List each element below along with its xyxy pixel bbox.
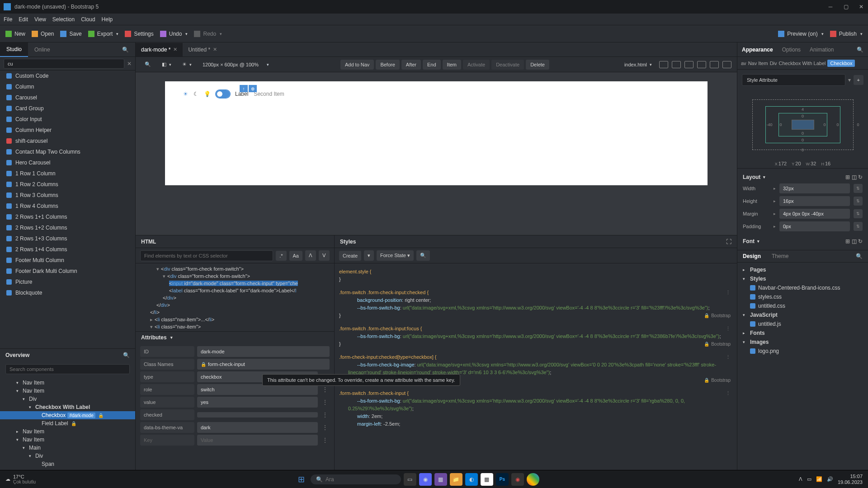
- attribute-menu-icon[interactable]: ⋮: [321, 437, 330, 443]
- search-icon[interactable]: 🔍: [141, 60, 155, 69]
- component-item[interactable]: 1 Row 3 Columns: [0, 190, 135, 201]
- tab-options[interactable]: Options: [778, 43, 805, 56]
- style-attribute-dropdown[interactable]: Style Attribute: [742, 74, 845, 86]
- attribute-value[interactable]: [197, 412, 318, 418]
- tree-item[interactable]: ▾Div: [0, 395, 135, 403]
- html-tree-line[interactable]: ▸<li class="nav-item">...</li>: [137, 316, 332, 323]
- font-tool-icon[interactable]: ⊞ ◫ ↻: [845, 238, 863, 244]
- css-rule-block[interactable]: .form-switch .form-check-input {--bs-for…: [339, 389, 732, 428]
- save-button[interactable]: Save: [60, 31, 81, 37]
- taskbar-app-7[interactable]: ◉: [511, 473, 524, 486]
- prev-button[interactable]: ᐱ: [305, 250, 316, 261]
- taskbar-app-ps[interactable]: Ps: [496, 473, 509, 486]
- html-search-input[interactable]: [140, 250, 273, 261]
- menu-help[interactable]: Help: [102, 16, 113, 23]
- attribute-value[interactable]: 🔒form-check-input: [197, 359, 330, 370]
- component-item[interactable]: shift-carousel: [0, 136, 135, 146]
- menu-cloud[interactable]: Cloud: [81, 16, 95, 23]
- maximize-button[interactable]: ▢: [843, 4, 849, 10]
- design-tree-item[interactable]: ▾Styles: [739, 274, 866, 283]
- html-tree-line[interactable]: ▾<div class="form-check form-switch">: [137, 265, 332, 272]
- chevron-down-icon[interactable]: ▾: [848, 77, 851, 83]
- create-dropdown[interactable]: ▾: [364, 250, 374, 261]
- design-tree-child[interactable]: Navbar-Centered-Brand-icons.css: [739, 283, 866, 292]
- search-icon[interactable]: 🔍: [116, 43, 135, 56]
- tab-animation[interactable]: Animation: [805, 43, 838, 56]
- component-item[interactable]: 2 Rows 1+1 Columns: [0, 211, 135, 222]
- html-tree-line[interactable]: ▾<div class="form-check form-switch">: [137, 272, 332, 280]
- device-xxl-icon[interactable]: [722, 61, 731, 68]
- attributes-title[interactable]: Attributes▾: [136, 332, 334, 343]
- attribute-key[interactable]: Class Names: [140, 359, 194, 370]
- device-md-icon[interactable]: [684, 61, 693, 68]
- attribute-key[interactable]: Key: [140, 435, 194, 446]
- create-button[interactable]: Create: [339, 251, 361, 261]
- tab-studio[interactable]: Studio: [0, 42, 28, 57]
- close-tab-icon[interactable]: ✕: [173, 47, 177, 52]
- canvas-area[interactable]: ↑ ⊕ ☀ ☾ 💡 Label Second Item: [136, 72, 737, 235]
- design-tree-item[interactable]: ▸Pages: [739, 265, 866, 274]
- attribute-key[interactable]: checked: [140, 409, 194, 420]
- stepper-icon[interactable]: ⇅: [854, 184, 863, 193]
- component-item[interactable]: Contact Map Two Columns: [0, 146, 135, 157]
- tree-item[interactable]: ▾Nav Item: [0, 387, 135, 395]
- menu-view[interactable]: View: [34, 16, 46, 23]
- taskbar-app-chrome[interactable]: [527, 473, 539, 486]
- component-item[interactable]: Card Group: [0, 103, 135, 114]
- html-tree-line[interactable]: </div>: [137, 301, 332, 309]
- design-tree-child[interactable]: untitled.css: [739, 301, 866, 310]
- html-tree-line[interactable]: ▾<li class="nav-item">: [137, 323, 332, 330]
- component-item[interactable]: Blockquote: [0, 287, 135, 298]
- component-item[interactable]: 2 Rows 1+4 Columns: [0, 244, 135, 255]
- attribute-menu-icon[interactable]: ⋮: [321, 386, 330, 393]
- redo-button[interactable]: Redo▾: [194, 31, 222, 37]
- design-tree-child[interactable]: styles.css: [739, 292, 866, 301]
- css-rule-block[interactable]: .form-switch .form-check-input:checked {…: [339, 289, 732, 319]
- tree-item[interactable]: ▸Nav Item: [0, 427, 135, 436]
- menu-edit[interactable]: Edit: [19, 16, 28, 23]
- taskbar-app-4[interactable]: 📁: [450, 473, 462, 486]
- font-section-header[interactable]: Font▾ ⊞ ◫ ↻: [743, 236, 863, 246]
- move-up-icon[interactable]: ↑: [240, 85, 248, 92]
- attribute-key[interactable]: value: [140, 397, 194, 408]
- component-item[interactable]: Custom Code: [0, 70, 135, 81]
- attribute-value[interactable]: yes: [197, 397, 318, 408]
- css-menu-icon[interactable]: ⋮: [726, 389, 731, 397]
- layout-tool-icon[interactable]: ⊞ ◫ ↻: [845, 174, 863, 180]
- search-icon[interactable]: 🔍: [850, 250, 868, 262]
- html-tree[interactable]: ▾<div class="form-check form-switch">▾<d…: [136, 263, 334, 331]
- breadcrumb-item[interactable]: Checkbox: [827, 60, 855, 67]
- component-item[interactable]: Column Helper: [0, 125, 135, 136]
- component-item[interactable]: 1 Row 4 Columns: [0, 201, 135, 211]
- clear-filter-icon[interactable]: ✕: [127, 61, 132, 67]
- canvas-page[interactable]: ↑ ⊕ ☀ ☾ 💡 Label Second Item: [165, 81, 708, 185]
- start-button[interactable]: ⊞: [295, 473, 308, 486]
- tree-item[interactable]: Field Label🔒: [0, 419, 135, 427]
- layout-value-input[interactable]: [779, 183, 850, 193]
- html-tree-line[interactable]: </div>: [137, 294, 332, 301]
- styles-search-button[interactable]: 🔍: [416, 250, 430, 261]
- add-style-button[interactable]: +: [854, 75, 863, 85]
- tree-item[interactable]: ▾Main: [0, 444, 135, 452]
- chevron-right-icon[interactable]: ▸: [774, 224, 776, 229]
- component-item[interactable]: Picture: [0, 277, 135, 287]
- design-tree-item[interactable]: ▾Images: [739, 338, 866, 347]
- close-tab-icon[interactable]: ✕: [213, 47, 217, 52]
- tray-volume-icon[interactable]: 🔊: [827, 476, 833, 482]
- breadcrumb-item[interactable]: Div: [770, 61, 777, 66]
- component-item[interactable]: Footer Multi Column: [0, 255, 135, 266]
- canvas-action-button[interactable]: Activate: [463, 60, 490, 70]
- expand-icon[interactable]: ⛶: [726, 239, 731, 245]
- menu-selection[interactable]: Selection: [52, 16, 75, 23]
- css-menu-icon[interactable]: ⋮: [726, 289, 731, 296]
- breadcrumb-item[interactable]: Nav Item: [748, 61, 768, 66]
- layout-value-input[interactable]: [779, 221, 850, 231]
- overview-search-input[interactable]: [5, 364, 130, 374]
- document-tab[interactable]: Untitled *✕: [183, 43, 222, 56]
- attribute-menu-icon[interactable]: ⋮: [321, 399, 330, 405]
- stepper-icon[interactable]: ⇅: [854, 222, 863, 231]
- design-tree-item[interactable]: ▾JavaScript: [739, 310, 866, 319]
- chevron-right-icon[interactable]: ▸: [774, 186, 776, 191]
- component-item[interactable]: Hero Carousel: [0, 157, 135, 168]
- attribute-key[interactable]: role: [140, 384, 194, 395]
